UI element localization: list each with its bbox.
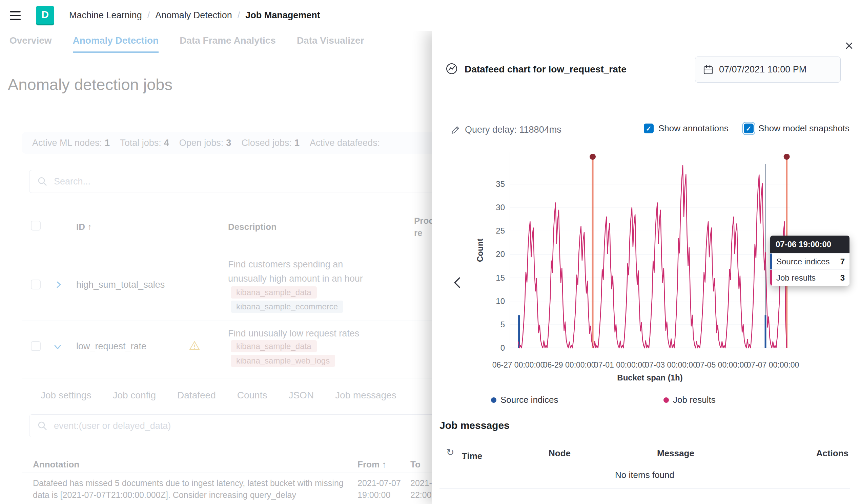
legend-job-results[interactable]: Job results <box>663 395 716 405</box>
datafeed-chart-icon <box>445 62 458 77</box>
index-badge: kibana_sample_data <box>231 340 317 352</box>
refresh-icon[interactable]: ↻ <box>446 447 454 458</box>
tab-job-messages[interactable]: Job messages <box>335 390 397 401</box>
index-badge: kibana_sample_data <box>231 286 317 298</box>
annotation-text: Datafeed has missed 5 documents due to i… <box>33 478 344 488</box>
job-id: low_request_rate <box>76 341 146 352</box>
stat-active-ml-nodes: Active ML nodes:1 <box>32 138 110 148</box>
x-tick-label: 06-27 00:00:00 <box>492 360 545 370</box>
breadcrumb-job-management: Job Management <box>245 10 320 21</box>
tab-anomaly-detection[interactable]: Anomaly Detection <box>73 35 159 53</box>
column-header-message: Message <box>657 448 694 459</box>
tab-job-config[interactable]: Job config <box>113 390 156 401</box>
sort-asc-icon: ↑ <box>382 459 386 470</box>
x-axis-ticks: 06-27 00:00:0006-29 00:00:0007-01 00:00:… <box>510 360 790 371</box>
menu-icon[interactable] <box>8 8 23 23</box>
datafeed-chart[interactable] <box>510 152 790 348</box>
y-tick-label: 5 <box>501 320 505 330</box>
x-axis-title: Bucket span (1h) <box>510 373 790 383</box>
close-icon[interactable] <box>842 39 856 53</box>
chevron-left-icon[interactable] <box>450 276 465 291</box>
datafeed-chart-flyout: Datafeed chart for low_request_rate 07/0… <box>432 31 860 504</box>
warning-icon <box>189 341 200 352</box>
x-tick-label: 07-01 00:00:00 <box>594 360 646 370</box>
series-color-bar <box>770 270 772 286</box>
tooltip-header: 07-06 19:00:00 <box>770 236 849 253</box>
stat-open-jobs: Open jobs:3 <box>179 138 231 148</box>
sort-desc-icon: ↓ <box>462 451 466 461</box>
checkbox-checked-icon: ✓ <box>644 123 654 133</box>
annotation-from: 2021-07-07 <box>358 478 401 488</box>
empty-table-message: No items found <box>440 462 850 488</box>
legend-source-indices[interactable]: Source indices <box>491 395 558 405</box>
tab-counts[interactable]: Counts <box>237 390 267 401</box>
stat-closed-jobs: Closed jobs:1 <box>241 138 300 148</box>
column-header-actions: Actions <box>816 448 848 459</box>
index-badge: kibana_sample_ecommerce <box>231 300 343 313</box>
tooltip-row: Job results 3 <box>770 269 849 286</box>
stat-total-jobs: Total jobs:4 <box>120 138 169 148</box>
query-delay: Query delay: 118804ms <box>451 124 561 135</box>
column-header-from[interactable]: From ↑ <box>358 459 386 470</box>
show-annotations-checkbox[interactable]: ✓ Show annotations <box>644 123 729 134</box>
y-tick-label: 15 <box>496 273 505 283</box>
column-header-id[interactable]: ID ↑ <box>76 221 92 233</box>
series-color-bar <box>770 253 772 269</box>
tooltip-row: Source indices 7 <box>770 253 849 269</box>
tab-job-settings[interactable]: Job settings <box>41 390 91 401</box>
divider <box>432 104 860 104</box>
query-delay-label: Query delay: 118804ms <box>465 124 561 135</box>
checkbox-checked-icon: ✓ <box>744 123 754 133</box>
flyout-header: Datafeed chart for low_request_rate <box>445 58 627 81</box>
breadcrumb-separator: / <box>147 10 150 21</box>
breadcrumb-separator: / <box>238 10 240 21</box>
job-messages-title: Job messages <box>440 420 510 431</box>
y-tick-label: 35 <box>496 179 505 189</box>
tab-overview[interactable]: Overview <box>10 35 52 53</box>
x-tick-label: 07-05 00:00:00 <box>696 360 748 370</box>
y-tick-label: 25 <box>496 226 505 236</box>
breadcrumb-anomaly-detection[interactable]: Anomaly Detection <box>155 10 232 21</box>
pencil-icon <box>451 125 460 135</box>
y-axis-ticks: 05101520253035 <box>483 152 505 348</box>
tab-json[interactable]: JSON <box>288 390 314 401</box>
column-header-description[interactable]: Description <box>228 221 276 233</box>
annotation-from: 19:00:00 <box>358 490 390 500</box>
tab-datafeed[interactable]: Datafeed <box>177 390 216 401</box>
annotation-text: data is [2021-07-07T21:00:00.000Z]. Cons… <box>33 490 296 500</box>
checkbox-label: Show annotations <box>658 123 729 134</box>
search-icon <box>37 420 48 431</box>
job-description: Find unusually low request rates <box>228 326 359 341</box>
y-tick-label: 30 <box>496 203 505 212</box>
y-tick-label: 0 <box>501 343 505 353</box>
job-messages-table: ↻ Time ↓ Node Message Actions No items f… <box>440 445 850 488</box>
breadcrumb-machine-learning[interactable]: Machine Learning <box>69 10 142 21</box>
row-checkbox[interactable] <box>31 280 41 290</box>
tab-data-frame-analytics[interactable]: Data Frame Analytics <box>180 35 276 53</box>
legend-dot-icon <box>491 397 497 403</box>
job-description: Find customers spending anunusually high… <box>228 257 363 286</box>
column-header-to[interactable]: To <box>410 459 420 470</box>
tab-data-visualizer[interactable]: Data Visualizer <box>297 35 364 53</box>
y-tick-label: 20 <box>496 249 505 259</box>
chevron-right-icon[interactable] <box>54 280 64 291</box>
select-all-checkbox[interactable] <box>31 221 41 231</box>
deployment-logo[interactable]: D <box>36 6 54 25</box>
main-tabs: Overview Anomaly Detection Data Frame An… <box>10 35 364 53</box>
page-title: Anomaly detection jobs <box>8 75 172 94</box>
chart-tooltip: 07-06 19:00:00 Source indices 7 Job resu… <box>770 236 849 286</box>
row-checkbox[interactable] <box>31 341 41 351</box>
job-detail-tabs: Job settings Job config Datafeed Counts … <box>41 390 397 401</box>
column-header-processed-records[interactable]: Procre <box>414 214 434 239</box>
stat-active-datafeeds: Active datafeeds: <box>310 138 383 148</box>
x-tick-label: 06-29 00:00:00 <box>543 360 596 370</box>
chevron-down-icon[interactable] <box>53 342 63 353</box>
job-id: high_sum_total_sales <box>76 280 165 290</box>
datepicker[interactable]: 07/07/2021 10:00 PM <box>695 57 841 83</box>
top-bar: D Machine Learning / Anomaly Detection /… <box>0 0 860 31</box>
breadcrumb: Machine Learning / Anomaly Detection / J… <box>69 10 320 21</box>
checkbox-label: Show model snapshots <box>758 123 849 134</box>
show-model-snapshots-checkbox[interactable]: ✓ Show model snapshots <box>744 123 849 134</box>
job-messages-header: ↻ Time ↓ Node Message Actions <box>440 445 850 462</box>
column-header-node: Node <box>549 448 571 459</box>
